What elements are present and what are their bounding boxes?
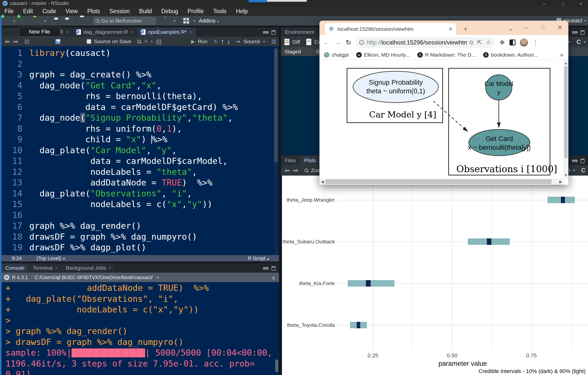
maximize-pane-icon[interactable] <box>272 30 275 35</box>
run-next-icon[interactable]: ↓ <box>227 38 230 45</box>
source-button[interactable]: Source <box>244 38 260 44</box>
menu-item-session[interactable]: Session <box>109 8 130 15</box>
scope-indicator[interactable]: (Top Level) <box>37 256 61 261</box>
run-icon[interactable]: ▶ <box>191 38 195 44</box>
bookmark-bookdown[interactable]: Sbookdown: Authori... <box>483 52 538 58</box>
scope-spinner-icon[interactable]: ▴▾ <box>63 257 65 260</box>
browser-active-tab[interactable]: R localhost:15296/session/viewhtm ✕ <box>325 23 456 35</box>
code-line[interactable]: 9 child = "x") %>% <box>1 134 274 145</box>
bookmark-weather[interactable]: wElkton, MD Hourly... <box>356 52 410 58</box>
menu-item-debug[interactable]: Debug <box>161 8 178 15</box>
source-dropdown-icon[interactable]: ▾ <box>263 39 265 43</box>
tab-files[interactable]: Files <box>281 156 300 165</box>
git-dropdown-icon[interactable]: ▾ <box>174 19 175 23</box>
forward-icon[interactable]: ➡ <box>13 38 18 45</box>
minimize-pane-icon[interactable] <box>572 31 578 34</box>
maximize-pane-icon[interactable] <box>581 30 585 35</box>
tab-npo-examples[interactable]: npoExamples.R*× <box>137 27 196 37</box>
new-file-dropdown-icon[interactable]: ▾ <box>13 19 15 23</box>
close-tab-icon[interactable]: × <box>66 30 68 35</box>
close-tab-icon[interactable]: × <box>109 265 111 271</box>
bookmark-rmarkdown[interactable]: SR Markdown: The D... <box>417 52 476 58</box>
panes-dropdown-icon[interactable]: ▾ <box>194 19 195 23</box>
menu-item-plots[interactable]: Plots <box>87 8 100 15</box>
diff-button[interactable]: Diff <box>292 39 300 45</box>
menu-item-build[interactable]: Build <box>139 8 152 15</box>
browser-forward-icon[interactable]: → <box>334 38 341 46</box>
run-button[interactable]: Run <box>198 38 208 44</box>
goto-directory-icon[interactable]: ↪ <box>155 274 159 280</box>
tab-terminal[interactable]: Terminal× <box>29 263 62 273</box>
browser-reload-icon[interactable]: ↻ <box>346 39 351 46</box>
diff-icon[interactable] <box>284 39 289 45</box>
code-editor[interactable]: 1library(causact)23graph = dag_create() … <box>1 46 274 255</box>
open-file-button[interactable] <box>33 17 41 25</box>
scroll-up-icon[interactable]: ▲ <box>564 61 568 65</box>
share-icon[interactable]: ⇱ <box>477 39 482 46</box>
zoom-plot-icon[interactable] <box>305 169 308 172</box>
code-line[interactable]: 19drawsDF %>% dagp_plot() <box>1 242 274 253</box>
code-tools-icon[interactable]: ✳ <box>144 38 148 44</box>
code-line[interactable]: 13 addDataNode = TRUE) %>% <box>1 177 274 188</box>
new-project-button[interactable]: + <box>19 17 26 25</box>
horizontal-scroll-thumb[interactable] <box>325 179 551 184</box>
menu-item-view[interactable]: View <box>66 8 78 15</box>
source-on-save-checkbox[interactable] <box>87 39 91 44</box>
save-all-button[interactable] <box>64 17 72 25</box>
refresh-icon[interactable]: C <box>577 38 581 45</box>
code-line[interactable]: 7 dag_node("Signup Probability","theta", <box>1 112 274 123</box>
content-horizontal-scrollbar[interactable]: ◀ ▶ <box>319 179 563 185</box>
find-icon[interactable] <box>137 40 141 43</box>
previous-plot-icon[interactable]: ⬅ <box>284 167 290 174</box>
print-button[interactable] <box>79 17 86 25</box>
publish-dropdown-icon[interactable]: ▾ <box>573 168 575 172</box>
close-tab-icon[interactable]: × <box>190 30 192 35</box>
tab-plots[interactable]: Plots <box>300 156 320 165</box>
back-icon[interactable]: ⬅ <box>4 38 10 45</box>
code-line[interactable]: 8 rhs = uniform(0,1), <box>1 123 274 134</box>
close-tab-icon[interactable]: ✕ <box>448 26 453 32</box>
menu-item-edit[interactable]: Edit <box>23 8 33 15</box>
minimize-pane-icon[interactable] <box>263 31 269 34</box>
maximize-pane-icon[interactable] <box>581 159 585 163</box>
maximize-button[interactable]: □ <box>562 2 564 6</box>
browser-maximize-button[interactable]: □ <box>541 25 544 30</box>
commit-icon[interactable] <box>306 39 311 45</box>
zoom-indicator-icon[interactable] <box>470 41 473 44</box>
side-panel-icon[interactable] <box>510 39 515 45</box>
site-info-icon[interactable]: i <box>359 40 364 45</box>
tab-search-chevron-icon[interactable]: ⌄ <box>508 25 513 32</box>
open-recent-dropdown-icon[interactable]: ▾ <box>44 19 46 23</box>
document-outline-icon[interactable]: ≣ <box>271 38 279 45</box>
code-line[interactable]: 5 rhs = bernoulli(theta), <box>1 91 274 102</box>
tab-console[interactable]: Console <box>1 263 29 273</box>
tab-background-jobs[interactable]: Background Jobs× <box>62 263 116 273</box>
run-previous-icon[interactable]: ↑ <box>221 38 224 45</box>
content-vertical-scrollbar[interactable]: ▲ ▼ <box>563 60 568 179</box>
browser-back-icon[interactable]: ← <box>323 38 330 46</box>
editor-scrollbar[interactable] <box>274 46 278 255</box>
code-line[interactable]: 4 dag_node("Get Card","x", <box>1 80 274 91</box>
git-more-dropdown-icon[interactable]: ▾ <box>569 40 570 44</box>
minimize-pane-icon[interactable] <box>572 160 578 162</box>
menu-item-help[interactable]: Help <box>236 8 248 15</box>
close-tab-icon[interactable]: × <box>55 265 58 271</box>
goto-file-input[interactable]: Go to file/function <box>93 17 156 25</box>
compile-report-icon[interactable]: ▤ <box>156 38 162 45</box>
bookmark-chatgpt[interactable]: *chatgpt <box>324 52 349 58</box>
bookmarks-overflow-icon[interactable]: » <box>560 51 563 59</box>
code-line[interactable]: 12 nodeLabels = "theta", <box>1 167 274 178</box>
addins-button[interactable]: Addins ▾ <box>199 18 219 24</box>
menu-item-file[interactable]: File <box>4 8 14 15</box>
new-file-button[interactable]: + <box>2 17 10 25</box>
minimize-button[interactable]: – <box>543 2 546 6</box>
code-line[interactable]: 1library(causact) <box>1 48 274 59</box>
tab-environment[interactable]: Environment <box>281 27 318 37</box>
scroll-right-icon[interactable]: ▶ <box>559 180 562 184</box>
menu-item-code[interactable]: Code <box>42 8 56 15</box>
working-directory[interactable]: C:/Users/ajf.BUEC-0F00TVX/OneDrive/book/… <box>35 275 153 280</box>
code-line[interactable]: 2 <box>1 59 274 70</box>
scroll-left-icon[interactable]: ◀ <box>321 180 324 184</box>
next-plot-icon[interactable]: ➡ <box>293 167 298 174</box>
maximize-pane-icon[interactable] <box>272 266 275 271</box>
